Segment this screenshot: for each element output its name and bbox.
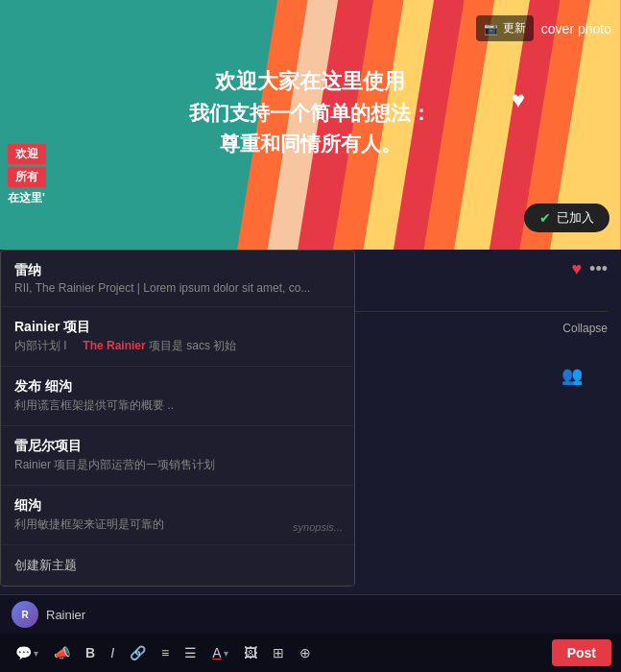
cover-text-overlay: 欢迎大家在这里使用 我们支持一个简单的想法： 尊重和同情所有人。: [31, 67, 589, 157]
create-new-topic[interactable]: 创建新主题: [1, 545, 354, 586]
align-icon: ≡: [161, 645, 169, 660]
dropdown-item-3[interactable]: 发布 细沟 利用谎言框架提供可靠的概要 ..: [1, 367, 354, 426]
list-icon: ☰: [184, 645, 197, 660]
color-button[interactable]: A ▾: [206, 641, 233, 664]
post-button[interactable]: Post: [552, 639, 611, 666]
more-toolbar-button[interactable]: ⊕: [294, 641, 317, 664]
check-icon: ✔: [539, 210, 551, 226]
chat-icon: 💬: [15, 645, 32, 660]
collapse-button[interactable]: Collapse: [562, 322, 608, 335]
dropdown-item-4[interactable]: 雷尼尔项目 Rainier 项目是内部运营的一项销售计划: [1, 426, 354, 486]
left-badges-area: 欢迎 所有 在这里': [8, 144, 46, 206]
dropdown-item-2[interactable]: Rainier 项目 内部计划 I The Rainier 项目是 sacs 初…: [1, 307, 354, 367]
color-icon: A: [212, 645, 221, 660]
chat-icon-button[interactable]: 💬 ▾: [10, 641, 44, 664]
dropdown-item-1[interactable]: 雷纳 RII, The Rainier Project | Lorem ipsu…: [1, 251, 354, 307]
cover-photo-area: 欢迎大家在这里使用 我们支持一个简单的想法： 尊重和同情所有人。 ♥ 📷 更新 …: [0, 0, 621, 250]
editor-username: Rainier: [46, 608, 85, 622]
cover-top-controls: 📷 更新 cover photo: [476, 15, 611, 41]
cover-line2: 我们支持一个简单的想法：: [31, 100, 589, 127]
link-icon: 🔗: [130, 645, 146, 660]
align-button[interactable]: ≡: [155, 641, 175, 664]
camera-icon: 📷: [484, 22, 498, 36]
megaphone-icon-button[interactable]: 📣: [48, 641, 76, 664]
update-cover-button[interactable]: 📷 更新: [476, 15, 534, 41]
joined-button[interactable]: ✔ 已加入: [524, 204, 609, 232]
more-icon: ⊕: [299, 645, 311, 660]
italic-button[interactable]: I: [105, 641, 120, 664]
cover-heart-icon: ♥: [512, 86, 525, 113]
editor-user-row: R Rainier: [0, 595, 621, 634]
cover-line1: 欢迎大家在这里使用: [31, 67, 589, 96]
image-button[interactable]: 🖼: [238, 641, 263, 664]
editor-toolbar: 💬 ▾ 📣 B I 🔗 ≡ ☰ A ▾ 🖼: [0, 634, 621, 672]
dropdown-overlay: 雷纳 RII, The Rainier Project | Lorem ipsu…: [0, 250, 355, 587]
badge-welcome: 欢迎: [8, 144, 46, 164]
header-icons: ♥ •••: [571, 259, 608, 279]
link-button[interactable]: 🔗: [124, 641, 152, 664]
editor-area: R Rainier 💬 ▾ 📣 B I 🔗 ≡ ☰ A ▾: [0, 594, 621, 672]
toolbar-left: 💬 ▾ 📣 B I 🔗 ≡ ☰ A ▾ 🖼: [10, 641, 317, 664]
image-icon: 🖼: [244, 645, 257, 660]
more-options-button[interactable]: •••: [589, 259, 608, 279]
people-icon: 👥: [561, 365, 583, 386]
list-button[interactable]: ☰: [179, 641, 203, 664]
dropdown-scroll[interactable]: 雷纳 RII, The Rainier Project | Lorem ipsu…: [1, 251, 354, 545]
gallery-icon: ⊞: [273, 645, 284, 660]
bold-button[interactable]: B: [80, 641, 101, 664]
megaphone-icon: 📣: [54, 645, 70, 660]
badge-here: 在这里': [8, 190, 46, 206]
badge-all: 所有: [8, 167, 46, 187]
cover-line3: 尊重和同情所有人。: [31, 131, 589, 157]
editor-avatar: R: [12, 601, 38, 628]
main-content: Di ♥ ••• Cor 发布 Collapse Le 大家都有！ 👥 雷纳 R…: [0, 250, 621, 499]
like-button[interactable]: ♥: [571, 259, 582, 279]
cover-photo-label: cover photo: [541, 21, 611, 36]
dropdown-item-5[interactable]: 细沟 利用敏捷框架来证明是可靠的 synopsis...: [1, 486, 354, 545]
synopsis-label: synopsis...: [293, 521, 343, 533]
gallery-button[interactable]: ⊞: [267, 641, 290, 664]
